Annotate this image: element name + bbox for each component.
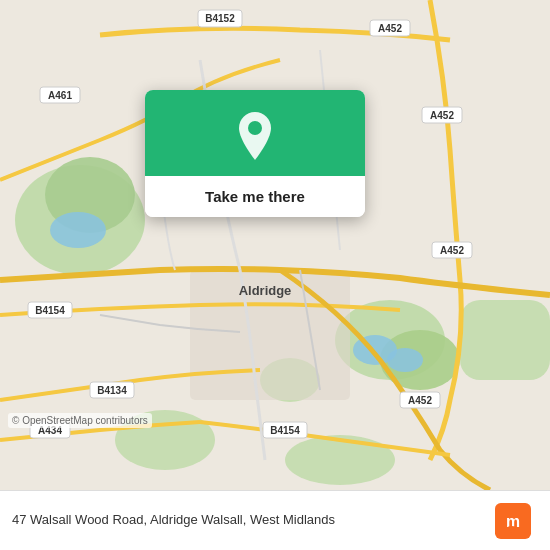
popup-card: Take me there bbox=[145, 90, 365, 217]
moovit-logo: m bbox=[488, 503, 538, 539]
svg-text:B4154: B4154 bbox=[270, 425, 300, 436]
svg-point-11 bbox=[387, 348, 423, 372]
svg-text:B4154: B4154 bbox=[35, 305, 65, 316]
svg-text:B4152: B4152 bbox=[205, 13, 235, 24]
footer: 47 Walsall Wood Road, Aldridge Walsall, … bbox=[0, 490, 550, 550]
address-text: 47 Walsall Wood Road, Aldridge Walsall, … bbox=[12, 512, 476, 529]
svg-text:A461: A461 bbox=[48, 90, 72, 101]
svg-text:B4134: B4134 bbox=[97, 385, 127, 396]
svg-point-9 bbox=[50, 212, 106, 248]
svg-text:A452: A452 bbox=[440, 245, 464, 256]
svg-rect-6 bbox=[460, 300, 550, 380]
svg-text:A452: A452 bbox=[408, 395, 432, 406]
take-me-there-button[interactable]: Take me there bbox=[145, 176, 365, 217]
moovit-icon: m bbox=[495, 503, 531, 539]
svg-text:A452: A452 bbox=[378, 23, 402, 34]
popup-green-area bbox=[145, 90, 365, 176]
osm-credit: © OpenStreetMap contributors bbox=[8, 413, 152, 428]
svg-point-34 bbox=[248, 121, 262, 135]
svg-text:Aldridge: Aldridge bbox=[239, 283, 292, 298]
svg-point-8 bbox=[285, 435, 395, 485]
map-container: B4152 A452 A461 A452 A452 B4154 B4134 A4… bbox=[0, 0, 550, 490]
svg-text:A452: A452 bbox=[430, 110, 454, 121]
location-pin-icon bbox=[233, 110, 277, 162]
